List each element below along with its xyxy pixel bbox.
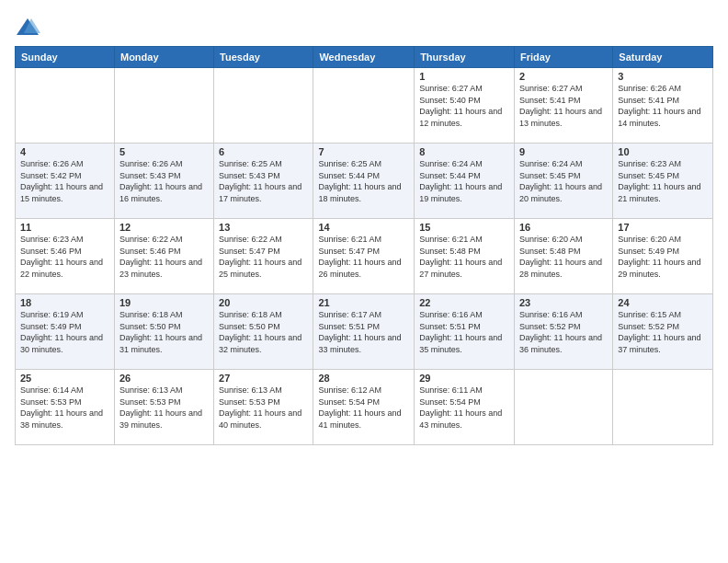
day-number: 10 xyxy=(618,146,708,157)
calendar-cell: 25Sunrise: 6:14 AM Sunset: 5:53 PM Dayli… xyxy=(16,370,115,445)
calendar-cell: 18Sunrise: 6:19 AM Sunset: 5:49 PM Dayli… xyxy=(16,294,115,370)
day-info: Sunrise: 6:16 AM Sunset: 5:52 PM Dayligh… xyxy=(519,309,608,355)
weekday-header: Thursday xyxy=(415,47,515,68)
calendar-cell xyxy=(613,370,713,445)
day-number: 13 xyxy=(219,222,308,233)
day-number: 3 xyxy=(618,71,708,82)
day-info: Sunrise: 6:13 AM Sunset: 5:53 PM Dayligh… xyxy=(119,385,209,431)
calendar-cell: 5Sunrise: 6:26 AM Sunset: 5:43 PM Daylig… xyxy=(114,144,213,219)
day-number: 24 xyxy=(618,297,708,308)
calendar-cell: 11Sunrise: 6:23 AM Sunset: 5:46 PM Dayli… xyxy=(16,219,115,294)
day-number: 9 xyxy=(519,146,608,157)
calendar-cell: 9Sunrise: 6:24 AM Sunset: 5:45 PM Daylig… xyxy=(514,144,612,219)
calendar-cell xyxy=(114,68,213,144)
day-info: Sunrise: 6:19 AM Sunset: 5:49 PM Dayligh… xyxy=(20,309,109,355)
day-number: 4 xyxy=(20,146,109,157)
day-info: Sunrise: 6:21 AM Sunset: 5:48 PM Dayligh… xyxy=(419,234,509,280)
calendar-cell: 1Sunrise: 6:27 AM Sunset: 5:40 PM Daylig… xyxy=(415,68,515,144)
day-info: Sunrise: 6:25 AM Sunset: 5:43 PM Dayligh… xyxy=(219,158,308,204)
day-info: Sunrise: 6:26 AM Sunset: 5:43 PM Dayligh… xyxy=(119,158,209,204)
header xyxy=(15,15,713,40)
calendar-cell: 2Sunrise: 6:27 AM Sunset: 5:41 PM Daylig… xyxy=(514,68,612,144)
day-info: Sunrise: 6:23 AM Sunset: 5:45 PM Dayligh… xyxy=(618,158,708,204)
day-info: Sunrise: 6:12 AM Sunset: 5:54 PM Dayligh… xyxy=(318,385,409,431)
calendar-cell: 28Sunrise: 6:12 AM Sunset: 5:54 PM Dayli… xyxy=(313,370,415,445)
calendar-cell: 17Sunrise: 6:20 AM Sunset: 5:49 PM Dayli… xyxy=(613,219,713,294)
calendar-cell: 14Sunrise: 6:21 AM Sunset: 5:47 PM Dayli… xyxy=(313,219,415,294)
calendar-cell: 26Sunrise: 6:13 AM Sunset: 5:53 PM Dayli… xyxy=(114,370,213,445)
calendar-cell: 19Sunrise: 6:18 AM Sunset: 5:50 PM Dayli… xyxy=(114,294,213,370)
day-info: Sunrise: 6:26 AM Sunset: 5:41 PM Dayligh… xyxy=(618,83,708,129)
day-info: Sunrise: 6:22 AM Sunset: 5:46 PM Dayligh… xyxy=(119,234,209,280)
calendar-cell xyxy=(16,68,115,144)
day-info: Sunrise: 6:27 AM Sunset: 5:40 PM Dayligh… xyxy=(419,83,509,129)
day-number: 12 xyxy=(119,222,209,233)
calendar-week-row: 1Sunrise: 6:27 AM Sunset: 5:40 PM Daylig… xyxy=(16,68,713,144)
day-number: 29 xyxy=(419,373,509,384)
day-number: 17 xyxy=(618,222,708,233)
calendar-cell: 23Sunrise: 6:16 AM Sunset: 5:52 PM Dayli… xyxy=(514,294,612,370)
calendar-cell: 21Sunrise: 6:17 AM Sunset: 5:51 PM Dayli… xyxy=(313,294,415,370)
day-number: 19 xyxy=(119,297,209,308)
day-info: Sunrise: 6:21 AM Sunset: 5:47 PM Dayligh… xyxy=(318,234,409,280)
weekday-header: Wednesday xyxy=(313,47,415,68)
day-number: 27 xyxy=(219,373,308,384)
calendar-cell: 4Sunrise: 6:26 AM Sunset: 5:42 PM Daylig… xyxy=(16,144,115,219)
day-info: Sunrise: 6:20 AM Sunset: 5:48 PM Dayligh… xyxy=(519,234,608,280)
calendar-cell: 27Sunrise: 6:13 AM Sunset: 5:53 PM Dayli… xyxy=(214,370,313,445)
logo-icon xyxy=(15,15,40,40)
calendar-cell: 24Sunrise: 6:15 AM Sunset: 5:52 PM Dayli… xyxy=(613,294,713,370)
calendar-week-row: 4Sunrise: 6:26 AM Sunset: 5:42 PM Daylig… xyxy=(16,144,713,219)
day-number: 15 xyxy=(419,222,509,233)
day-info: Sunrise: 6:25 AM Sunset: 5:44 PM Dayligh… xyxy=(318,158,409,204)
calendar-cell: 12Sunrise: 6:22 AM Sunset: 5:46 PM Dayli… xyxy=(114,219,213,294)
calendar-cell xyxy=(313,68,415,144)
weekday-header: Monday xyxy=(114,47,213,68)
day-info: Sunrise: 6:17 AM Sunset: 5:51 PM Dayligh… xyxy=(318,309,409,355)
calendar-week-row: 18Sunrise: 6:19 AM Sunset: 5:49 PM Dayli… xyxy=(16,294,713,370)
day-info: Sunrise: 6:24 AM Sunset: 5:44 PM Dayligh… xyxy=(419,158,509,204)
calendar-cell: 22Sunrise: 6:16 AM Sunset: 5:51 PM Dayli… xyxy=(415,294,515,370)
weekday-header: Tuesday xyxy=(214,47,313,68)
day-info: Sunrise: 6:13 AM Sunset: 5:53 PM Dayligh… xyxy=(219,385,308,431)
day-info: Sunrise: 6:16 AM Sunset: 5:51 PM Dayligh… xyxy=(419,309,509,355)
calendar-week-row: 11Sunrise: 6:23 AM Sunset: 5:46 PM Dayli… xyxy=(16,219,713,294)
day-number: 26 xyxy=(119,373,209,384)
calendar-table: SundayMondayTuesdayWednesdayThursdayFrid… xyxy=(15,46,713,445)
calendar-cell xyxy=(514,370,612,445)
calendar-cell: 7Sunrise: 6:25 AM Sunset: 5:44 PM Daylig… xyxy=(313,144,415,219)
day-info: Sunrise: 6:23 AM Sunset: 5:46 PM Dayligh… xyxy=(20,234,109,280)
day-info: Sunrise: 6:20 AM Sunset: 5:49 PM Dayligh… xyxy=(618,234,708,280)
calendar-cell: 16Sunrise: 6:20 AM Sunset: 5:48 PM Dayli… xyxy=(514,219,612,294)
calendar-cell: 8Sunrise: 6:24 AM Sunset: 5:44 PM Daylig… xyxy=(415,144,515,219)
day-number: 6 xyxy=(219,146,308,157)
day-info: Sunrise: 6:27 AM Sunset: 5:41 PM Dayligh… xyxy=(519,83,608,129)
page: SundayMondayTuesdayWednesdayThursdayFrid… xyxy=(0,0,728,563)
day-info: Sunrise: 6:24 AM Sunset: 5:45 PM Dayligh… xyxy=(519,158,608,204)
weekday-header: Saturday xyxy=(613,47,713,68)
day-number: 16 xyxy=(519,222,608,233)
day-info: Sunrise: 6:11 AM Sunset: 5:54 PM Dayligh… xyxy=(419,385,509,431)
day-info: Sunrise: 6:18 AM Sunset: 5:50 PM Dayligh… xyxy=(119,309,209,355)
day-info: Sunrise: 6:15 AM Sunset: 5:52 PM Dayligh… xyxy=(618,309,708,355)
weekday-header: Sunday xyxy=(16,47,115,68)
day-number: 22 xyxy=(419,297,509,308)
calendar-cell: 29Sunrise: 6:11 AM Sunset: 5:54 PM Dayli… xyxy=(415,370,515,445)
calendar-header-row: SundayMondayTuesdayWednesdayThursdayFrid… xyxy=(16,47,713,68)
day-number: 18 xyxy=(20,297,109,308)
calendar-cell: 3Sunrise: 6:26 AM Sunset: 5:41 PM Daylig… xyxy=(613,68,713,144)
day-number: 7 xyxy=(318,146,409,157)
calendar-cell: 15Sunrise: 6:21 AM Sunset: 5:48 PM Dayli… xyxy=(415,219,515,294)
day-info: Sunrise: 6:22 AM Sunset: 5:47 PM Dayligh… xyxy=(219,234,308,280)
day-number: 23 xyxy=(519,297,608,308)
day-number: 8 xyxy=(419,146,509,157)
day-number: 28 xyxy=(318,373,409,384)
day-number: 1 xyxy=(419,71,509,82)
day-number: 25 xyxy=(20,373,109,384)
calendar-week-row: 25Sunrise: 6:14 AM Sunset: 5:53 PM Dayli… xyxy=(16,370,713,445)
calendar-cell: 10Sunrise: 6:23 AM Sunset: 5:45 PM Dayli… xyxy=(613,144,713,219)
day-number: 20 xyxy=(219,297,308,308)
calendar-cell: 20Sunrise: 6:18 AM Sunset: 5:50 PM Dayli… xyxy=(214,294,313,370)
day-info: Sunrise: 6:14 AM Sunset: 5:53 PM Dayligh… xyxy=(20,385,109,431)
day-number: 11 xyxy=(20,222,109,233)
